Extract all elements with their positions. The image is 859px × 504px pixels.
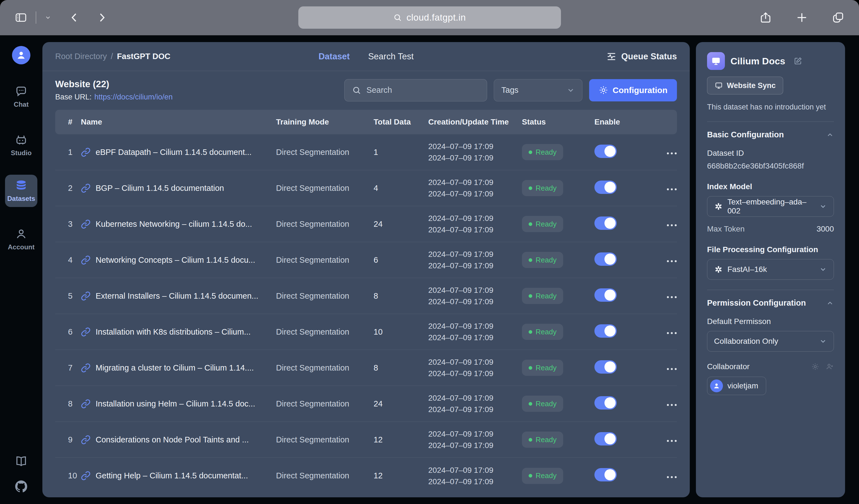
enable-toggle[interactable] <box>594 288 617 302</box>
row-menu-button[interactable] <box>664 365 679 373</box>
row-times: 2024–07–09 17:09 2024–07–09 17:09 <box>428 284 522 307</box>
breadcrumb-current: FastGPT DOC <box>117 52 170 61</box>
collection-name[interactable]: External Installers – Cilium 1.14.5 docu… <box>96 292 258 301</box>
collection-name[interactable]: Installation with K8s distributions – Ci… <box>96 327 251 336</box>
default-permission-value: Collaboration Only <box>714 337 778 346</box>
dataset-info-panel: Cilium Docs Website Sync This dataset ha… <box>696 42 845 497</box>
chevron-up-icon[interactable] <box>826 299 834 307</box>
status-label: Ready <box>536 292 557 300</box>
collection-name[interactable]: Migrating a cluster to Cilium – Cilium 1… <box>96 363 254 373</box>
enable-toggle[interactable] <box>594 468 617 482</box>
row-update-time: 2024–07–09 17:09 <box>428 368 522 379</box>
tags-dropdown[interactable]: Tags <box>494 79 583 101</box>
row-total-data: 24 <box>374 399 428 408</box>
collaborator-chip[interactable]: violetjam <box>707 377 766 395</box>
chevron-down-icon[interactable] <box>45 14 51 21</box>
col-time: Creation/Update Time <box>428 117 522 126</box>
docs-book-icon[interactable] <box>15 455 28 468</box>
new-tab-icon[interactable] <box>796 11 808 24</box>
user-avatar[interactable] <box>12 46 30 64</box>
row-times: 2024–07–09 17:09 2024–07–09 17:09 <box>428 249 522 271</box>
tab-search-test[interactable]: Search Test <box>368 51 413 62</box>
sidebar-item-chat[interactable]: Chat <box>5 80 37 113</box>
row-menu-button[interactable] <box>664 186 679 193</box>
status-dot-icon <box>529 222 532 226</box>
sidebar-item-label: Studio <box>11 149 32 157</box>
collection-name[interactable]: eBPF Datapath – Cilium 1.14.5 document..… <box>96 148 252 157</box>
status-badge: Ready <box>522 468 563 484</box>
enable-toggle[interactable] <box>594 145 617 158</box>
row-times: 2024–07–09 17:09 2024–07–09 17:09 <box>428 141 522 163</box>
index-model-label: Index Model <box>707 182 834 191</box>
enable-toggle[interactable] <box>594 396 617 410</box>
add-collaborator-icon[interactable] <box>826 362 834 371</box>
collection-name[interactable]: Considerations on Node Pool Taints and .… <box>96 435 249 444</box>
collection-name[interactable]: Networking Concepts – Cilium 1.14.5 docu… <box>96 255 255 265</box>
website-sync-label: Website Sync <box>727 81 775 90</box>
address-bar[interactable]: cloud.fatgpt.in <box>298 6 561 29</box>
row-menu-button[interactable] <box>664 401 679 409</box>
link-icon <box>81 327 91 337</box>
collection-name[interactable]: Kubernetes Networking – cilium 1.14.5 do… <box>96 220 252 229</box>
collection-name[interactable]: BGP – Cilium 1.14.5 documentation <box>96 184 224 193</box>
sidebar-item-studio[interactable]: Studio <box>5 129 37 161</box>
status-badge: Ready <box>522 144 563 160</box>
link-icon <box>81 255 91 265</box>
row-training-mode: Direct Segmentation <box>276 327 374 336</box>
github-icon[interactable] <box>15 480 28 493</box>
row-menu-button[interactable] <box>664 221 679 229</box>
configuration-button[interactable]: Configuration <box>589 79 677 101</box>
enable-toggle[interactable] <box>594 324 617 338</box>
sidebar-item-datasets[interactable]: Datasets <box>5 175 37 207</box>
dataset-icon <box>707 52 725 70</box>
index-model-select[interactable]: Text–embeeding–ada–002 <box>707 196 834 217</box>
collection-name[interactable]: Getting Help – Cilium 1.14.5 documentat.… <box>96 471 248 480</box>
sidebar-toggle-icon[interactable] <box>15 11 27 24</box>
chevron-up-icon[interactable] <box>826 131 834 139</box>
tab-overview-icon[interactable] <box>832 11 844 24</box>
row-training-mode: Direct Segmentation <box>276 255 374 265</box>
enable-toggle[interactable] <box>594 252 617 266</box>
queue-status-button[interactable]: Queue Status <box>414 51 677 62</box>
col-total-data: Total Data <box>374 117 428 126</box>
row-menu-button[interactable] <box>664 257 679 265</box>
enable-toggle[interactable] <box>594 217 617 230</box>
website-sync-button[interactable]: Website Sync <box>707 77 783 94</box>
row-menu-button[interactable] <box>664 473 679 481</box>
collection-title: Website (22) <box>55 79 172 90</box>
app-page: Chat Studio Datasets <box>0 35 859 504</box>
status-dot-icon <box>529 186 532 190</box>
sidebar-item-account[interactable]: Account <box>5 223 37 255</box>
back-button[interactable] <box>68 11 81 24</box>
search-input[interactable] <box>366 85 480 95</box>
enable-toggle[interactable] <box>594 360 617 374</box>
row-training-mode: Direct Segmentation <box>276 220 374 229</box>
default-permission-select[interactable]: Collaboration Only <box>707 331 834 351</box>
row-times: 2024–07–09 17:09 2024–07–09 17:09 <box>428 464 522 487</box>
row-update-time: 2024–07–09 17:09 <box>428 152 522 163</box>
table-header: # Name Training Mode Total Data Creation… <box>55 110 677 134</box>
file-processing-select[interactable]: FastAI–16k <box>707 259 834 280</box>
edit-icon[interactable] <box>794 57 802 65</box>
search-box[interactable] <box>344 79 487 101</box>
enable-toggle[interactable] <box>594 180 617 194</box>
basic-configuration-title: Basic Configuration <box>707 130 784 139</box>
breadcrumb-root[interactable]: Root Directory <box>55 52 107 61</box>
enable-toggle[interactable] <box>594 432 617 445</box>
collaborator-settings-icon[interactable] <box>811 362 819 371</box>
share-icon[interactable] <box>759 11 772 24</box>
row-menu-button[interactable] <box>664 149 679 157</box>
table-row: 9 Considerations on Node Pool Taints and… <box>55 422 677 458</box>
row-index: 5 <box>55 292 81 301</box>
index-model-value: Text–embeeding–ada–002 <box>727 198 815 215</box>
collection-name[interactable]: Installation using Helm – Cilium 1.14.5 … <box>96 399 255 408</box>
status-badge: Ready <box>522 396 563 412</box>
row-menu-button[interactable] <box>664 329 679 337</box>
row-menu-button[interactable] <box>664 293 679 301</box>
table-row: 10 Getting Help – Cilium 1.14.5 document… <box>55 458 677 494</box>
forward-button[interactable] <box>95 11 108 24</box>
url-text: cloud.fatgpt.in <box>407 12 466 23</box>
row-menu-button[interactable] <box>664 437 679 445</box>
tab-dataset[interactable]: Dataset <box>318 51 350 62</box>
base-url-link[interactable]: https://docs/cilium/io/en <box>94 93 173 101</box>
